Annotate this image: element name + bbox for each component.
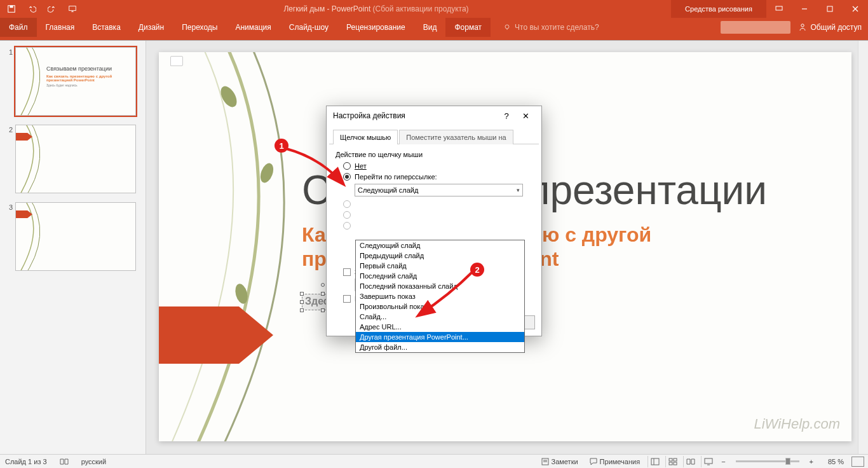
radio-icon[interactable] <box>343 200 351 208</box>
notes-button[interactable]: Заметки <box>538 457 582 467</box>
lightbulb-icon <box>503 24 511 31</box>
hyperlink-dropdown[interactable]: Следующий слайд ▾ <box>355 184 523 196</box>
svg-rect-23 <box>705 458 712 464</box>
dialog-tabs: Щелчок мышью Поместите указатель мыши на <box>329 125 539 144</box>
list-item[interactable]: Произвольный показ... <box>356 301 524 312</box>
tab-file[interactable]: Файл <box>0 18 37 37</box>
list-item[interactable]: Последний показанный слайд <box>356 281 524 291</box>
ribbon-tabs: Файл Главная Вставка Дизайн Переходы Ани… <box>0 18 868 37</box>
zoom-value[interactable]: 85 % <box>820 458 844 465</box>
close-icon[interactable]: ✕ <box>516 107 535 124</box>
status-spellcheck[interactable] <box>56 457 72 467</box>
radio-run-macro[interactable] <box>343 211 532 219</box>
resize-handle[interactable] <box>300 292 304 296</box>
thumbnail-item[interactable]: 2 <box>4 125 142 193</box>
ribbon-options-icon[interactable] <box>766 0 792 18</box>
tab-mouse-over[interactable]: Поместите указатель мыши на <box>399 130 513 144</box>
list-item[interactable]: Другая презентация PowerPoint... <box>356 332 524 342</box>
thumbnail-slide-1[interactable]: Связываем презентации Как связать презен… <box>15 47 136 116</box>
thumbnail-item[interactable]: 1 Связываем презентации Как связать през… <box>4 47 142 116</box>
reading-view-icon[interactable] <box>683 456 697 467</box>
zoom-slider[interactable] <box>736 460 799 462</box>
list-item[interactable]: Последний слайд <box>356 271 524 281</box>
share-button[interactable]: Общий доступ <box>798 23 862 32</box>
radio-icon[interactable] <box>343 211 351 219</box>
redo-icon[interactable] <box>43 1 61 17</box>
radio-object-action[interactable] <box>343 222 532 230</box>
tab-slideshow[interactable]: Слайд-шоу <box>280 18 337 37</box>
rotate-handle[interactable] <box>321 283 325 287</box>
radio-icon[interactable] <box>343 162 351 170</box>
radio-run-program[interactable] <box>343 200 532 208</box>
radio-icon[interactable] <box>343 173 351 181</box>
window-controls <box>766 0 868 18</box>
quick-access-toolbar <box>0 1 81 17</box>
tab-design[interactable]: Дизайн <box>130 18 173 37</box>
comment-icon <box>590 458 597 465</box>
zoom-out-button[interactable]: − <box>719 458 728 465</box>
window-title: Легкий дым - PowerPoint (Сбой активации … <box>81 4 671 13</box>
close-icon[interactable] <box>843 0 868 18</box>
list-item[interactable]: Следующий слайд <box>356 240 524 251</box>
tab-transitions[interactable]: Переходы <box>173 18 226 37</box>
list-item[interactable]: Слайд... <box>356 312 524 322</box>
thumbnail-slide-3[interactable] <box>15 202 136 271</box>
comments-button[interactable]: Примечания <box>586 457 644 467</box>
tab-format[interactable]: Формат <box>445 18 491 37</box>
tell-me-search[interactable]: Что вы хотите сделать? <box>491 18 599 37</box>
thumbnail-slide-2[interactable] <box>15 125 136 193</box>
normal-view-icon[interactable] <box>648 456 661 467</box>
thumbnail-number: 3 <box>4 202 15 271</box>
tab-mouse-click[interactable]: Щелчок мышью <box>333 130 398 144</box>
slider-thumb[interactable] <box>785 458 790 465</box>
tab-review[interactable]: Рецензирование <box>337 18 414 37</box>
help-icon[interactable]: ? <box>497 107 516 124</box>
status-language[interactable]: русский <box>81 458 106 465</box>
list-item[interactable]: Предыдущий слайд <box>356 251 524 261</box>
list-item[interactable]: Адрес URL... <box>356 322 524 332</box>
radio-none[interactable]: Нет <box>343 162 532 170</box>
svg-point-8 <box>505 25 509 29</box>
radio-icon[interactable] <box>343 222 351 230</box>
list-item[interactable]: Завершить показ <box>356 291 524 301</box>
resize-handle[interactable] <box>321 308 325 312</box>
annotation-callout-1: 1 <box>275 139 288 153</box>
resize-handle[interactable] <box>300 300 304 304</box>
minimize-icon[interactable] <box>792 0 817 18</box>
zoom-in-button[interactable]: + <box>807 458 816 465</box>
thumb-title: Связываем презентации <box>46 65 112 72</box>
thumb-subtitle: Как связать презентацию с другой презент… <box>46 74 135 82</box>
dialog-titlebar[interactable]: Настройка действия ? ✕ <box>327 106 541 125</box>
slide-thumbnail-panel[interactable]: 1 Связываем презентации Как связать през… <box>0 41 146 454</box>
svg-rect-17 <box>651 458 659 465</box>
vertical-scrollbar[interactable] <box>858 41 868 454</box>
svg-rect-21 <box>669 462 672 465</box>
undo-icon[interactable] <box>23 1 41 17</box>
checkbox-icon[interactable] <box>343 295 351 303</box>
notes-icon <box>541 458 549 465</box>
sorter-view-icon[interactable] <box>665 456 679 467</box>
tab-insert[interactable]: Вставка <box>83 18 130 37</box>
hyperlink-options-list[interactable]: Следующий слайд Предыдущий слайд Первый … <box>355 240 525 353</box>
sign-in-area[interactable] <box>721 21 790 34</box>
thumbnail-number: 1 <box>4 47 15 116</box>
list-item[interactable]: Другой файл... <box>356 342 524 352</box>
watermark-text: LiWiHelp.com <box>754 416 840 432</box>
thumbnail-item[interactable]: 3 <box>4 202 142 271</box>
title-bar: Легкий дым - PowerPoint (Сбой активации … <box>0 0 868 18</box>
list-item[interactable]: Первый слайд <box>356 261 524 271</box>
maximize-icon[interactable] <box>817 0 843 18</box>
tab-animations[interactable]: Анимация <box>226 18 280 37</box>
checkbox-icon[interactable] <box>343 268 351 276</box>
resize-handle[interactable] <box>300 308 304 312</box>
tab-view[interactable]: Вид <box>414 18 446 37</box>
save-icon[interactable] <box>3 1 20 17</box>
slideshow-view-icon[interactable] <box>701 456 715 467</box>
status-slide-counter[interactable]: Слайд 1 из 3 <box>5 458 47 465</box>
start-slideshow-icon[interactable] <box>64 1 81 17</box>
radio-hyperlink[interactable]: Перейти по гиперссылке: <box>343 173 532 181</box>
fit-to-window-icon[interactable] <box>851 457 864 467</box>
tab-home[interactable]: Главная <box>37 18 84 37</box>
resize-handle[interactable] <box>321 292 325 296</box>
group-label: Действие по щелчку мыши <box>336 151 532 158</box>
